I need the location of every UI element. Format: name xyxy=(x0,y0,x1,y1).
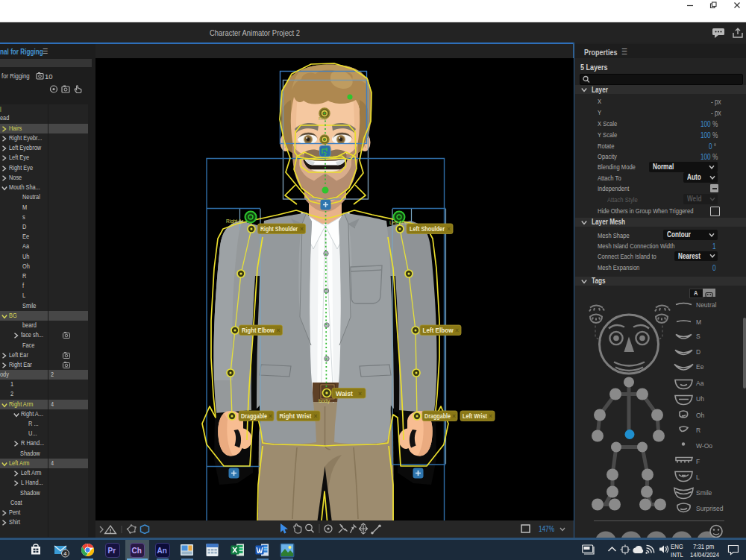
svg-text:Left Elbow: Left Elbow xyxy=(423,327,454,334)
svg-text:Smile: Smile xyxy=(696,488,712,496)
svg-text:×: × xyxy=(358,390,362,397)
svg-text:10: 10 xyxy=(45,72,53,80)
svg-text:Pr: Pr xyxy=(108,547,116,555)
svg-text:body: body xyxy=(319,398,330,404)
svg-text:4: 4 xyxy=(63,550,66,557)
svg-text:Oh: Oh xyxy=(696,411,705,418)
svg-text:L: L xyxy=(696,473,700,480)
svg-text:Uh: Uh xyxy=(696,394,704,402)
svg-text:R: R xyxy=(696,426,700,433)
svg-text:D: D xyxy=(696,347,700,355)
svg-text:An: An xyxy=(157,547,167,555)
svg-text:Ee: Ee xyxy=(696,362,704,370)
svg-text:Right Elbow: Right Elbow xyxy=(242,327,275,334)
svg-text:RIG: RIG xyxy=(319,116,327,121)
svg-text:×: × xyxy=(447,225,451,233)
svg-text:×: × xyxy=(300,225,304,233)
svg-text:Left Shoulder: Left Shoulder xyxy=(410,225,445,233)
svg-text:Surprised: Surprised xyxy=(696,504,724,512)
svg-text:Right Ar...: Right Ar... xyxy=(226,218,247,224)
svg-text:W-Oo: W-Oo xyxy=(696,441,712,449)
svg-text:Draggable: Draggable xyxy=(241,412,267,420)
svg-text:Left Arm: Left Arm xyxy=(389,220,407,225)
svg-text:F: F xyxy=(696,457,700,465)
svg-text:Waist: Waist xyxy=(336,390,353,397)
svg-text:×: × xyxy=(314,412,318,420)
svg-text:×: × xyxy=(452,412,456,420)
svg-text:Left Wrist: Left Wrist xyxy=(463,412,487,420)
svg-text:Right Wrist: Right Wrist xyxy=(280,412,312,420)
svg-text:×: × xyxy=(277,327,280,334)
svg-text:Right Shoulder: Right Shoulder xyxy=(260,225,298,233)
svg-text:×: × xyxy=(455,327,459,334)
svg-text:S: S xyxy=(696,332,700,339)
svg-text:M: M xyxy=(696,318,701,325)
svg-text:Neutral: Neutral xyxy=(696,301,717,308)
svg-text:×: × xyxy=(269,412,272,420)
svg-text:Ch: Ch xyxy=(132,547,142,555)
svg-text:Aa: Aa xyxy=(696,379,704,386)
svg-text:×: × xyxy=(489,412,492,420)
svg-text:Draggable: Draggable xyxy=(424,412,451,420)
